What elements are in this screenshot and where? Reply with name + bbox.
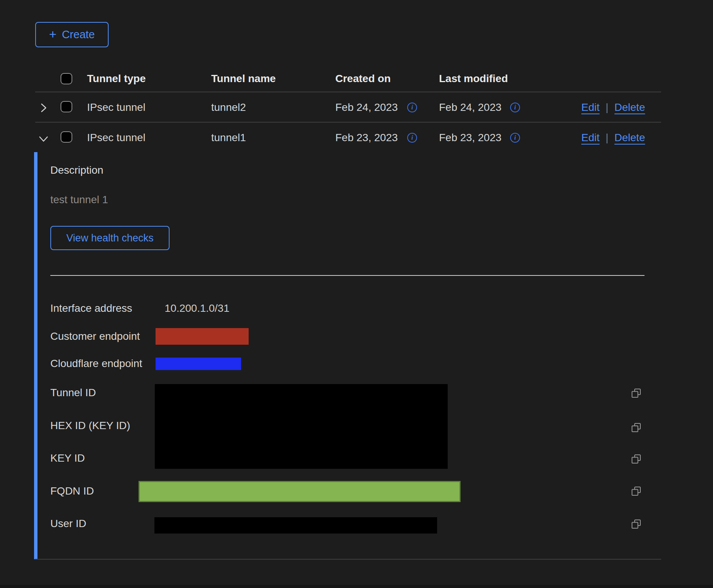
table-bottom-divider — [35, 559, 661, 560]
action-separator: | — [606, 132, 608, 144]
view-health-checks-label: View health checks — [66, 232, 154, 244]
tunnel-name-cell: tunnel2 — [211, 101, 246, 114]
description-label: Description — [50, 164, 103, 176]
create-button-label: Create — [62, 28, 95, 41]
info-icon[interactable]: i — [510, 133, 520, 143]
copy-icon[interactable] — [630, 453, 642, 465]
select-all-checkbox[interactable] — [61, 73, 72, 84]
cloudflare-endpoint-label: Cloudflare endpoint — [50, 358, 142, 370]
delete-link[interactable]: Delete — [615, 101, 645, 114]
description-value: test tunnel 1 — [50, 194, 108, 206]
action-separator: | — [606, 101, 608, 114]
last-modified-cell: Feb 23, 2023 — [439, 132, 501, 144]
key-id-label: KEY ID — [50, 452, 85, 464]
customer-endpoint-redacted-value — [156, 328, 249, 345]
header-divider — [35, 92, 661, 92]
interface-address-label: Interface address — [50, 302, 132, 314]
fqdn-id-label: FQDN ID — [50, 485, 94, 497]
create-button[interactable]: + Create — [35, 22, 109, 47]
expanded-row-accent-bar — [34, 152, 37, 559]
info-icon[interactable]: i — [407, 133, 417, 143]
hex-id-label: HEX ID (KEY ID) — [50, 420, 130, 432]
delete-link[interactable]: Delete — [615, 132, 645, 144]
view-health-checks-button[interactable]: View health checks — [50, 226, 170, 250]
ids-redacted-values — [155, 384, 448, 469]
header-tunnel-type: Tunnel type — [87, 73, 146, 85]
tunnel-type-cell: IPsec tunnel — [87, 132, 145, 144]
tunnels-page: + Create Tunnel type Tunnel name Created… — [0, 0, 713, 588]
edit-link[interactable]: Edit — [581, 101, 599, 114]
user-id-label: User ID — [50, 518, 86, 530]
interface-address-value: 10.200.1.0/31 — [165, 302, 229, 314]
user-id-redacted-value — [154, 517, 437, 534]
copy-icon[interactable] — [630, 485, 642, 497]
section-divider — [50, 275, 645, 276]
copy-icon[interactable] — [630, 422, 642, 433]
copy-icon[interactable] — [630, 518, 642, 530]
header-tunnel-name: Tunnel name — [211, 73, 276, 85]
last-modified-cell: Feb 24, 2023 — [439, 101, 501, 114]
fqdn-id-redacted-value — [139, 481, 461, 502]
header-created-on: Created on — [335, 73, 391, 85]
tunnel-name-cell: tunnel1 — [211, 132, 246, 144]
row-divider — [35, 122, 661, 123]
edit-link[interactable]: Edit — [581, 132, 599, 144]
tunnel-type-cell: IPsec tunnel — [87, 101, 145, 114]
info-icon[interactable]: i — [510, 103, 520, 112]
header-last-modified: Last modified — [439, 73, 508, 85]
info-icon[interactable]: i — [407, 103, 417, 112]
copy-icon[interactable] — [630, 387, 642, 399]
page-bottom-strip — [0, 585, 713, 588]
plus-icon: + — [49, 28, 57, 40]
created-on-cell: Feb 24, 2023 — [335, 101, 398, 114]
table-row: IPsec tunnel tunnel2 Feb 24, 2023 i Feb … — [0, 101, 713, 115]
table-row: IPsec tunnel tunnel1 Feb 23, 2023 i Feb … — [0, 132, 713, 145]
tunnel-id-label: Tunnel ID — [50, 387, 96, 399]
cloudflare-endpoint-redacted-value — [156, 358, 241, 370]
table-header-row: Tunnel type Tunnel name Created on Last … — [0, 73, 713, 86]
row-actions: Edit | Delete — [581, 101, 645, 114]
customer-endpoint-label: Customer endpoint — [50, 330, 140, 342]
created-on-cell: Feb 23, 2023 — [335, 132, 398, 144]
row-actions: Edit | Delete — [581, 132, 645, 144]
